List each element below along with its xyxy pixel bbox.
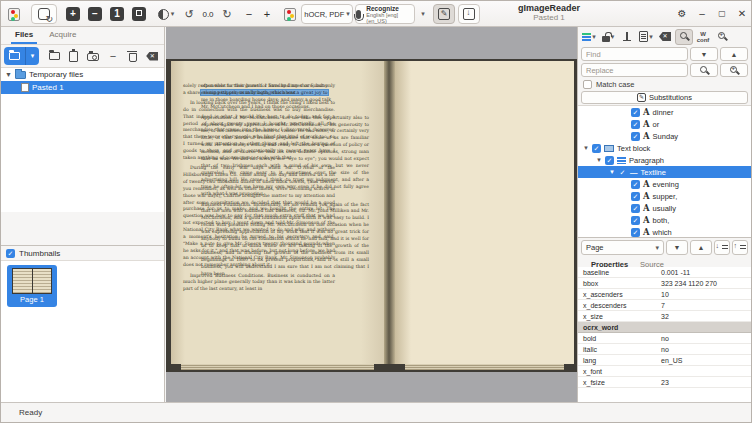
property-row[interactable]: x_descenders 7 xyxy=(578,300,751,311)
rotate-page-button[interactable] xyxy=(31,4,57,24)
find-replace-toggle[interactable] xyxy=(675,29,693,45)
insert-mode-button[interactable]: ▾ xyxy=(580,29,598,45)
settings-button[interactable]: ⚙ xyxy=(673,5,691,23)
scanned-book-image[interactable]: often went to their home for Sunday dinn… xyxy=(166,59,579,372)
insertion-point-button[interactable] xyxy=(618,29,636,45)
hocr-tree-item[interactable]: ▼ ✓ supper, xyxy=(578,190,751,202)
add-images-menu-button[interactable]: ▾ xyxy=(26,47,40,65)
zoom-fit-button[interactable] xyxy=(129,4,149,24)
page-previous-button[interactable]: − xyxy=(241,4,257,24)
replace-input[interactable] xyxy=(581,63,688,77)
property-row[interactable]: bbox 323 234 1120 270 xyxy=(578,278,751,289)
collapse-all-button[interactable] xyxy=(732,240,748,255)
paragraph: Improved Business Conditions. Business i… xyxy=(183,273,335,294)
expander-icon[interactable]: ▼ xyxy=(583,145,589,151)
preview-button[interactable] xyxy=(713,29,731,45)
property-row[interactable]: x_ascenders 10 xyxy=(578,289,751,300)
hocr-tree-item[interactable]: ▼ ✓ or xyxy=(578,118,751,130)
page-next-button[interactable]: + xyxy=(259,4,275,24)
rotate-left-button[interactable]: ↺ xyxy=(181,4,197,24)
item-checkbox[interactable]: ✓ xyxy=(631,108,640,117)
property-row[interactable]: x_font xyxy=(578,366,751,377)
property-row[interactable]: lang en_US xyxy=(578,355,751,366)
hocr-tree-item[interactable]: ▼ ✓ Text block xyxy=(578,142,751,154)
item-checkbox[interactable]: ✓ xyxy=(631,228,640,237)
hocr-tree-item[interactable]: ▼ ✓ Textline xyxy=(578,166,751,178)
property-row[interactable]: baseline 0.001 -11 xyxy=(578,267,751,278)
expander-icon[interactable]: ▼ xyxy=(596,157,602,163)
hocr-tree-item[interactable]: ▼ ✓ Sunday xyxy=(578,130,751,142)
navigate-next-button[interactable]: ▼ xyxy=(666,240,688,255)
clear-sources-button[interactable]: ✕ xyxy=(143,47,161,65)
replace-all-button[interactable] xyxy=(720,63,748,77)
confidence-toggle[interactable]: W conf xyxy=(694,29,712,45)
remove-source-button[interactable]: − xyxy=(104,47,122,65)
recognize-language-menu-button[interactable]: ▾ xyxy=(417,4,429,24)
item-checkbox[interactable]: ✓ xyxy=(592,144,601,153)
property-value: 23 xyxy=(658,379,751,386)
edit-icon: ✎ xyxy=(438,8,450,20)
source-item-row[interactable]: Pasted 1 xyxy=(1,81,164,94)
save-output-button[interactable] xyxy=(458,4,480,24)
find-input[interactable] xyxy=(581,47,688,61)
clear-output-button[interactable]: ✕ xyxy=(656,29,674,45)
hocr-tree-item[interactable]: ▼ ✓ both, xyxy=(578,214,751,226)
expander-icon[interactable]: ▼ xyxy=(609,169,615,175)
hocr-tree-item[interactable]: ▼ ✓ which xyxy=(578,226,751,238)
minimize-button[interactable]: – xyxy=(693,5,711,23)
page-dropdown[interactable]: Page ▾ xyxy=(581,240,664,255)
open-hocr-button[interactable]: ▾ xyxy=(599,29,617,45)
item-checkbox[interactable]: ✓ xyxy=(618,168,627,177)
zoom-original-button[interactable]: 1 xyxy=(107,4,127,24)
toggle-output-editor-button[interactable]: ✎ xyxy=(433,4,455,24)
item-checkbox[interactable]: ✓ xyxy=(631,132,640,141)
property-row[interactable]: ocrx_word xyxy=(578,322,751,333)
match-case-checkbox[interactable] xyxy=(583,80,592,89)
hocr-tree-item[interactable]: ▼ ✓ usually xyxy=(578,202,751,214)
property-row[interactable]: bold no xyxy=(578,333,751,344)
thumbnails-checkbox[interactable]: ✓ xyxy=(6,249,15,258)
item-checkbox[interactable]: ✓ xyxy=(631,180,640,189)
add-images-split-button[interactable]: ▾ xyxy=(4,47,39,65)
property-row[interactable]: x_fsize 23 xyxy=(578,377,751,388)
add-images-button[interactable] xyxy=(4,47,26,65)
recognize-button[interactable]: Recognize English [eng] (en_US) xyxy=(355,4,415,24)
find-previous-button[interactable]: ▲ xyxy=(720,47,748,61)
source-group-row[interactable]: ▼ Temporary files xyxy=(1,68,164,81)
property-value: no xyxy=(658,335,751,342)
zoom-in-button[interactable]: + xyxy=(63,4,83,24)
open-folder-button[interactable] xyxy=(45,47,63,65)
hocr-tree-item[interactable]: ▼ ✓ dinner xyxy=(578,106,751,118)
export-button[interactable]: ▾ xyxy=(637,29,655,45)
close-button[interactable]: ✕ xyxy=(733,5,751,23)
output-mode-dropdown[interactable]: hOCR, PDF▾ xyxy=(301,4,353,24)
rotate-right-button[interactable]: ↻ xyxy=(219,4,235,24)
zoom-out-button[interactable]: − xyxy=(85,4,105,24)
find-next-button[interactable]: ▼ xyxy=(690,47,718,61)
substitutions-button[interactable]: ✎ Substitutions xyxy=(581,91,748,104)
hocr-tree-item[interactable]: ▼ ✓ evening xyxy=(578,178,751,190)
tab-files[interactable]: Files xyxy=(9,27,39,44)
item-checkbox[interactable]: ✓ xyxy=(631,216,640,225)
item-checkbox[interactable]: ✓ xyxy=(631,204,640,213)
paste-button[interactable] xyxy=(65,47,83,65)
tab-acquire[interactable]: Acquire xyxy=(43,27,82,44)
maximize-button[interactable]: ▢ xyxy=(713,5,731,23)
item-checkbox[interactable]: ✓ xyxy=(631,192,640,201)
screenshot-button[interactable] xyxy=(85,47,103,65)
delete-source-button[interactable] xyxy=(124,47,142,65)
thumbnail-item[interactable]: Page 1 xyxy=(7,265,57,307)
hocr-tree-item[interactable]: ▼ ✓ Paragraph xyxy=(578,154,751,166)
rotation-angle-spinner[interactable]: 0.0 xyxy=(198,4,218,24)
image-canvas[interactable]: often went to their home for Sunday dinn… xyxy=(166,27,579,402)
property-row[interactable]: italic no xyxy=(578,344,751,355)
property-row[interactable]: x_size 32 xyxy=(578,311,751,322)
navigate-previous-button[interactable]: ▲ xyxy=(690,240,712,255)
replace-button[interactable] xyxy=(690,63,718,77)
expander-icon[interactable]: ▼ xyxy=(5,71,12,78)
image-controls-button[interactable]: ▾ xyxy=(153,4,179,24)
book-right-page xyxy=(395,61,574,364)
expand-all-button[interactable] xyxy=(714,240,730,255)
item-checkbox[interactable]: ✓ xyxy=(605,156,614,165)
item-checkbox[interactable]: ✓ xyxy=(631,120,640,129)
